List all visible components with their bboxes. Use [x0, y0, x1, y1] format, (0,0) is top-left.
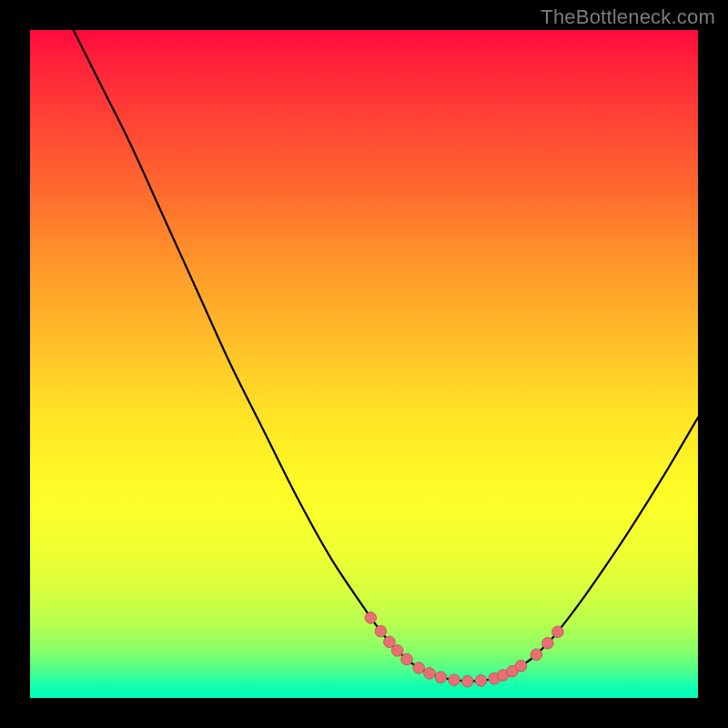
watermark-text: TheBottleneck.com — [541, 5, 715, 29]
curve-marker — [424, 668, 436, 680]
curve-marker — [401, 653, 413, 665]
bottleneck-curve — [74, 30, 698, 682]
curve-marker — [531, 649, 542, 661]
curve-marker — [542, 638, 554, 650]
chart-svg-layer — [30, 30, 698, 698]
chart-plot-area — [30, 30, 698, 698]
curve-marker — [365, 612, 377, 624]
curve-marker — [413, 662, 425, 674]
curve-markers — [365, 612, 563, 687]
curve-marker — [435, 672, 447, 683]
curve-marker — [384, 636, 396, 648]
curve-marker — [391, 645, 403, 657]
curve-marker — [475, 675, 487, 687]
curve-marker — [375, 625, 387, 637]
curve-marker — [515, 660, 527, 672]
curve-marker — [449, 674, 460, 686]
curve-marker — [552, 626, 564, 638]
curve-marker — [461, 675, 473, 687]
